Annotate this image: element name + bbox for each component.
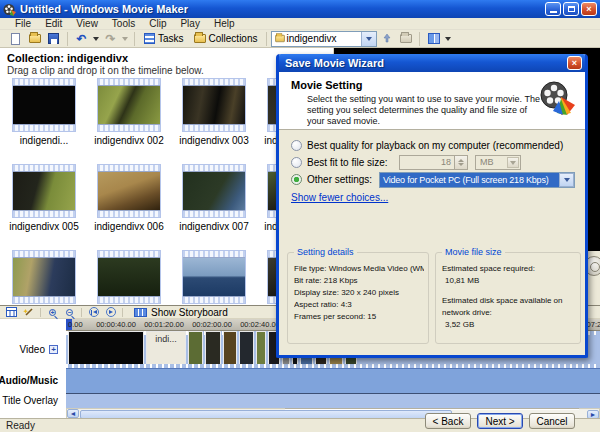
menu-help[interactable]: Help bbox=[207, 18, 242, 29]
storyboard-icon bbox=[134, 308, 147, 317]
undo-icon[interactable]: ↶ bbox=[74, 32, 89, 46]
play-icon[interactable] bbox=[104, 307, 117, 318]
dialog-title: Save Movie Wizard bbox=[285, 57, 567, 69]
timeline-clip[interactable] bbox=[205, 331, 221, 368]
space-required-value: 10,81 MB bbox=[442, 275, 576, 287]
file-size-spinner[interactable] bbox=[455, 155, 468, 170]
rewind-icon[interactable] bbox=[87, 307, 100, 318]
collection-clip-thumbnail[interactable] bbox=[97, 164, 161, 218]
collection-clip-thumbnail[interactable] bbox=[12, 250, 76, 304]
zoom-in-icon[interactable]: + bbox=[46, 307, 59, 318]
other-settings-combo-arrow[interactable] bbox=[559, 173, 574, 187]
file-size-unit-select[interactable]: MB bbox=[475, 155, 521, 170]
close-button[interactable]: × bbox=[581, 2, 597, 16]
dialog-close-icon[interactable]: × bbox=[567, 56, 582, 70]
timeline-clip[interactable] bbox=[188, 331, 203, 368]
automovie-wand-icon[interactable] bbox=[22, 307, 35, 318]
file-type-line: File type: Windows Media Video (WMV) bbox=[294, 263, 424, 275]
collection-clip-thumbnail[interactable] bbox=[12, 164, 76, 218]
zoom-out-icon[interactable]: − bbox=[63, 307, 76, 318]
collection-combo-arrow[interactable] bbox=[361, 32, 376, 46]
menu-file[interactable]: File bbox=[8, 18, 38, 29]
best-quality-option[interactable]: Best quality for playback on my computer… bbox=[291, 138, 563, 152]
dialog-description: Select the setting you want to use to sa… bbox=[307, 94, 545, 127]
collection-title: Collection: indigendivx bbox=[7, 52, 128, 64]
expand-video-track-icon[interactable]: + bbox=[49, 345, 58, 354]
timeline-clip[interactable] bbox=[256, 331, 266, 368]
collection-clip-thumbnail[interactable] bbox=[12, 78, 76, 132]
cancel-button[interactable]: Cancel bbox=[529, 413, 575, 429]
best-fit-option[interactable]: Best fit to file size: bbox=[291, 155, 388, 169]
up-level-icon[interactable] bbox=[379, 32, 394, 46]
collection-clip-thumbnail[interactable] bbox=[182, 164, 246, 218]
title-overlay-track-label: Title Overlay bbox=[0, 393, 66, 408]
next-button[interactable]: Next > bbox=[477, 413, 523, 429]
other-settings-value: Video for Pocket PC (Full screen 218 Kbp… bbox=[380, 175, 559, 185]
new-project-icon[interactable] bbox=[8, 32, 23, 46]
collection-combo-icon bbox=[276, 35, 286, 42]
movie-maker-window: Untitled - Windows Movie Maker × File Ed… bbox=[0, 0, 600, 432]
show-storyboard-label: Show Storyboard bbox=[151, 307, 228, 318]
menu-play[interactable]: Play bbox=[173, 18, 206, 29]
save-movie-wizard-dialog: Save Movie Wizard × Movie Setting Select… bbox=[276, 54, 588, 358]
collection-clip-thumbnail[interactable] bbox=[97, 250, 161, 304]
collections-icon bbox=[194, 34, 206, 43]
menu-clip[interactable]: Clip bbox=[142, 18, 173, 29]
status-text: Ready bbox=[6, 420, 35, 431]
collection-clip-thumbnail[interactable] bbox=[182, 78, 246, 132]
ruler-tick-label: 0.00 bbox=[68, 320, 83, 329]
minimize-button[interactable] bbox=[545, 2, 561, 16]
menu-tools[interactable]: Tools bbox=[105, 18, 142, 29]
timeline-clip[interactable]: indi... bbox=[146, 331, 186, 368]
collection-combobox[interactable]: indigendivx bbox=[271, 31, 377, 47]
tasks-button[interactable]: Tasks bbox=[139, 31, 189, 47]
show-storyboard-button[interactable]: Show Storyboard bbox=[134, 307, 228, 318]
ruler-tick-label: 00:01:20.00 bbox=[144, 320, 184, 329]
back-button[interactable]: < Back bbox=[425, 413, 471, 429]
views-dropdown-icon[interactable] bbox=[445, 37, 451, 41]
other-settings-combobox[interactable]: Video for Pocket PC (Full screen 218 Kbp… bbox=[379, 172, 575, 188]
movie-file-size-group: Movie file size Estimated space required… bbox=[435, 252, 581, 344]
app-icon bbox=[3, 3, 16, 16]
timeline-clip[interactable] bbox=[239, 331, 254, 368]
timeline-grid-icon[interactable] bbox=[5, 307, 18, 318]
menu-view[interactable]: View bbox=[69, 18, 105, 29]
title-overlay-track: Title Overlay bbox=[0, 393, 600, 408]
other-settings-radio[interactable] bbox=[291, 174, 302, 185]
title-overlay-track-content[interactable] bbox=[66, 393, 600, 408]
redo-icon[interactable]: ↷ bbox=[103, 32, 118, 46]
dialog-body: Best quality for playback on my computer… bbox=[279, 130, 585, 355]
ruler-tick-label: 00:02:40.00 bbox=[240, 320, 280, 329]
other-settings-option[interactable]: Other settings: bbox=[291, 172, 372, 186]
collection-clip-thumbnail[interactable] bbox=[182, 250, 246, 304]
menu-bar: File Edit View Tools Clip Play Help bbox=[0, 18, 600, 30]
file-size-input[interactable]: 18 bbox=[399, 155, 455, 170]
collections-label: Collections bbox=[209, 33, 258, 44]
collections-button[interactable]: Collections bbox=[189, 31, 263, 47]
frames-per-second-line: Frames per second: 15 bbox=[294, 311, 424, 323]
ruler-tick-label: 00:00:40.00 bbox=[96, 320, 136, 329]
timeline-clip[interactable] bbox=[68, 331, 144, 368]
best-fit-radio[interactable] bbox=[291, 157, 302, 168]
views-icon[interactable] bbox=[426, 32, 441, 46]
audio-track-content[interactable] bbox=[66, 368, 600, 393]
collection-clip-thumbnail[interactable] bbox=[97, 78, 161, 132]
undo-dropdown-icon[interactable] bbox=[93, 37, 99, 41]
scroll-left-icon[interactable]: ◄ bbox=[67, 409, 79, 418]
menu-edit[interactable]: Edit bbox=[38, 18, 69, 29]
tasks-icon bbox=[144, 33, 155, 44]
timeline-clip[interactable] bbox=[223, 331, 237, 368]
save-project-icon[interactable] bbox=[46, 32, 61, 46]
open-project-icon[interactable] bbox=[27, 32, 42, 46]
best-quality-radio[interactable] bbox=[291, 140, 302, 151]
show-fewer-choices-link[interactable]: Show fewer choices... bbox=[291, 192, 388, 203]
disk-space-label: Estimated disk space available on networ… bbox=[442, 295, 576, 319]
window-title: Untitled - Windows Movie Maker bbox=[20, 3, 543, 15]
tasks-label: Tasks bbox=[158, 33, 184, 44]
clip-label: indigendi... bbox=[1, 135, 87, 146]
setting-details-legend: Setting details bbox=[294, 247, 357, 257]
dialog-heading: Movie Setting bbox=[291, 79, 363, 91]
space-required-label: Estimated space required: bbox=[442, 263, 576, 275]
restore-button[interactable] bbox=[563, 2, 579, 16]
other-settings-label: Other settings: bbox=[307, 174, 372, 185]
